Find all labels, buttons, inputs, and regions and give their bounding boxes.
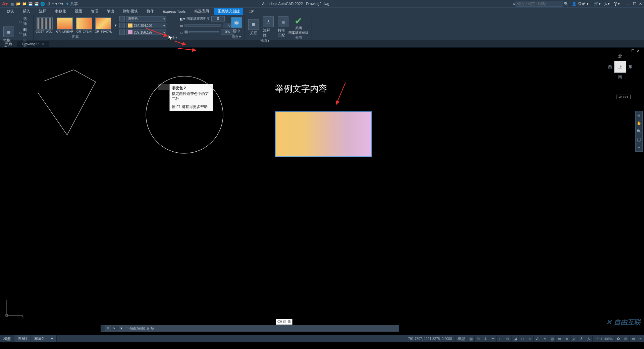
color1-combo[interactable]: 254,204,102 [126, 23, 166, 28]
isodraft-icon[interactable]: ◢ [511, 336, 519, 342]
brightness-slider[interactable] [189, 31, 219, 33]
tab-express[interactable]: Express Tools [159, 8, 189, 14]
pattern-expand-icon[interactable]: ▾ [115, 23, 117, 28]
viewcube-west[interactable]: 西 [608, 64, 612, 70]
tab-hatchcreate[interactable]: 图案填充创建 [214, 8, 243, 15]
undo-icon[interactable]: ↶▾ [52, 1, 57, 6]
layout-tab-model[interactable]: 模型 [0, 335, 14, 342]
signin-button[interactable]: 👤 登录 ▾ [572, 1, 589, 6]
snap-icon[interactable]: ⊞ [474, 336, 482, 342]
custom-icon[interactable]: ≡ [637, 336, 644, 342]
pattern-grinvcyl[interactable]: GR_INVCYL [95, 17, 112, 33]
transparency-icon[interactable]: ▧ [548, 336, 555, 342]
search-box[interactable]: ▸ 🔍 [514, 1, 569, 7]
select-button[interactable]: ▭选择 [17, 16, 31, 27]
web-icon[interactable]: 🌐 [40, 1, 45, 6]
polar-icon[interactable]: ⊙ [504, 336, 511, 342]
color2-combo[interactable]: 209,156,199 [126, 30, 166, 35]
app-icon[interactable]: 人▾ [604, 1, 610, 6]
osnap-icon[interactable]: □ [519, 336, 526, 342]
nav-showmotion-icon[interactable]: ≡ [636, 143, 642, 151]
saveas-icon[interactable]: 💾 [34, 1, 39, 6]
drawing-canvas[interactable]: — ☐ ✕ 渐变色 2 指定两种渐变色中的第二种 按 F1 键获得更多帮助 举例… [0, 48, 644, 335]
lineweight-icon[interactable]: ≡ [541, 336, 548, 342]
tab-default[interactable]: 默认 [3, 8, 17, 15]
layout-tab-layout2[interactable]: 布局2 [31, 335, 47, 342]
annovisibility-icon[interactable]: 人 [578, 336, 585, 342]
viewcube-east[interactable]: 东 [628, 64, 632, 70]
nav-orbit-icon[interactable]: ◯ [636, 135, 642, 143]
annot-button[interactable]: 人注释性 [262, 16, 275, 39]
tab-addins[interactable]: 附加模块 [120, 8, 141, 15]
tab-output[interactable]: 输出 [104, 8, 118, 15]
search-input[interactable] [516, 1, 562, 7]
annoauto-icon[interactable]: 人 [585, 336, 592, 342]
dynamic-icon[interactable]: ⊢ [489, 336, 496, 342]
nav-pan-icon[interactable]: ✋ [636, 119, 642, 127]
vp-maximize-icon[interactable]: ☐ [631, 49, 635, 53]
command-input[interactable] [124, 325, 399, 331]
hatchtype-combo[interactable]: 渐变色 [126, 16, 166, 21]
ortho-icon[interactable]: ∟ [496, 336, 504, 342]
tab-insert[interactable]: 插入 [19, 8, 34, 15]
redo-icon[interactable]: ↷▾ [58, 1, 63, 6]
vp-minimize-icon[interactable]: — [626, 49, 629, 53]
cmdline-history-icon[interactable]: ▾ [119, 326, 124, 331]
selection-icon[interactable]: ▭ [555, 336, 563, 342]
close-icon[interactable]: ✕ [639, 2, 642, 6]
viewcube-north[interactable]: 北 [605, 54, 635, 59]
otrack-icon[interactable]: ∠ [533, 336, 541, 342]
save-icon[interactable]: 💾 [28, 1, 33, 6]
nav-fullnav-icon[interactable]: ◎ [636, 111, 642, 119]
open-icon[interactable]: 📂 [16, 1, 21, 6]
tab-overflow-icon[interactable]: ▢▾ [245, 8, 257, 14]
nav-zoom-icon[interactable]: 🔍 [636, 127, 642, 135]
tab-manage[interactable]: 管理 [88, 8, 102, 15]
layout-tab-layout1[interactable]: 布局1 [14, 335, 31, 342]
command-line[interactable]: × >_ ▾ [101, 325, 399, 332]
layout-tab-add[interactable]: + [47, 335, 56, 342]
close-hatch-button[interactable]: ✔ [292, 16, 305, 26]
monitor-icon[interactable]: ▭ [629, 336, 637, 342]
search-icon[interactable]: 🔍 [564, 2, 569, 6]
cart-icon[interactable]: 🛒▾ [594, 2, 601, 6]
help-icon[interactable]: ❔▾ [613, 2, 620, 6]
new-icon[interactable]: ▥ [10, 1, 15, 6]
3dosnap-icon[interactable]: ◇ [526, 336, 533, 342]
transparency-value[interactable]: 0 [211, 16, 225, 21]
infer-icon[interactable]: ⊥ [482, 336, 489, 342]
wcs-indicator[interactable]: WCS ▾ [616, 95, 631, 99]
tab-collab[interactable]: 协作 [143, 8, 157, 15]
plot-icon[interactable]: 🖨 [46, 1, 51, 6]
gear-icon[interactable]: ✿ [614, 336, 622, 342]
file-tab-start[interactable]: 开始 [0, 40, 17, 47]
tab-parametric[interactable]: 参数化 [52, 8, 69, 15]
tab-close-icon[interactable]: × [42, 42, 44, 46]
remove-button[interactable]: ▭删除 [17, 27, 31, 38]
viewcube-top[interactable]: 上 [614, 61, 626, 73]
maximize-icon[interactable]: ☐ [633, 2, 636, 6]
file-tab-add[interactable]: + [49, 41, 57, 47]
cmdline-close-icon[interactable]: × [105, 326, 111, 330]
minimize-icon[interactable]: — [627, 2, 630, 6]
vp-close-icon[interactable]: ✕ [637, 49, 640, 53]
annoscale-icon[interactable]: 人 [570, 336, 578, 342]
pattern-grlinear[interactable]: GR_LINEAR [56, 17, 73, 33]
modelspace-button[interactable]: 模型 [455, 336, 467, 342]
angle-slider[interactable] [184, 24, 221, 27]
tab-annotate[interactable]: 注释 [36, 8, 50, 15]
cmdline-handle[interactable] [101, 325, 105, 331]
pattern-gostwo[interactable]: GOST_WO... [36, 17, 54, 33]
scale-readout[interactable]: 1:1 / 100% [592, 336, 614, 342]
viewcube-south[interactable]: 南 [605, 74, 635, 80]
workspace-icon[interactable]: ⊞ [622, 336, 629, 342]
pattern-grcylin[interactable]: GR_CYLIN [76, 17, 92, 33]
origin-center-button[interactable]: ◉居中 [230, 16, 243, 34]
assoc-button[interactable]: ▦关联 [247, 18, 260, 36]
open2-icon[interactable]: 📁 [22, 1, 27, 6]
share-button[interactable]: ✈ 共享 [66, 1, 78, 6]
tab-featured[interactable]: 精选应用 [191, 8, 212, 15]
grid-icon[interactable]: ▦ [467, 336, 474, 342]
viewcube[interactable]: 北 西 上 东 南 [605, 54, 635, 94]
gizmo-icon[interactable]: ◈ [563, 336, 570, 342]
